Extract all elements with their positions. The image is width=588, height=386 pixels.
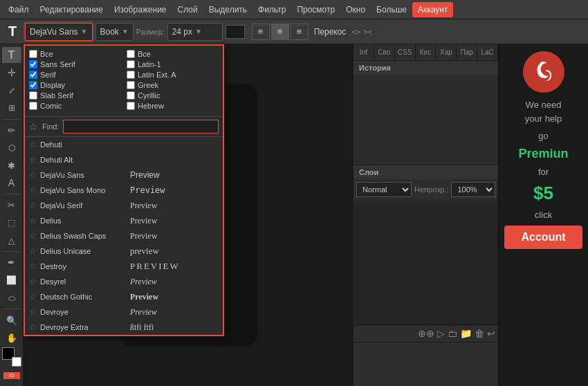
tool-crop[interactable]: ⬚ [2,214,21,230]
opacity-select[interactable]: 100% [451,182,495,197]
filter-display: Display [29,81,121,89]
menu-filter[interactable]: Фильтр [252,2,291,17]
tool-brush[interactable]: ✒ [2,255,21,270]
tool-grid[interactable]: ⊞ [2,100,21,116]
menu-file[interactable]: Файл [3,2,35,17]
tool-ellipse[interactable]: ⬭ [2,290,21,306]
font-item-name: Desyrel [40,277,130,286]
toolbar: T DejaVu Sans ▼ Book ▼ Размер: 24 px ▼ ≡… [0,19,588,44]
filter-slab-serif-checkbox[interactable] [29,91,37,100]
tool-shape[interactable]: △ [2,232,21,248]
tool-scissors[interactable]: ✂ [2,197,21,213]
layers-folder-icon[interactable]: 🗀 [448,328,457,339]
menu-layer[interactable]: Слой [172,2,203,17]
list-item[interactable]: ☆ DejaVu Sans Mono Preview [25,183,223,198]
filter-serif-checkbox[interactable] [29,71,37,79]
tab-har[interactable]: Хар [436,44,457,60]
font-name-selector[interactable]: DejaVu Sans ▼ [25,23,93,41]
ad-need-text: We need your help [525,98,562,125]
background-swatch[interactable] [12,357,21,367]
align-right-btn[interactable]: ≡ [291,24,309,40]
list-item[interactable]: ☆ Destroy PREVIEW [25,259,223,274]
font-item-preview: preview [130,246,219,257]
filter-comic-checkbox[interactable] [29,102,37,110]
list-item[interactable]: ☆ Dehuti [25,137,223,152]
list-item[interactable]: ☆ Desyrel Preview [25,274,223,289]
filter-slab-serif: Slab Serif [29,91,121,100]
tab-inf[interactable]: Inf [353,44,374,60]
filter-cyrillic-checkbox[interactable] [127,91,135,100]
menu-window[interactable]: Окно [340,2,371,17]
menu-select[interactable]: Выделить [203,2,252,17]
history-content [353,75,498,165]
menu-view[interactable]: Просмотр [291,2,340,17]
mode-indicator: ID [3,372,20,379]
font-style-label: Book [100,27,119,37]
tab-kis[interactable]: Кис [416,44,437,60]
layers-folder2-icon[interactable]: 📁 [460,328,472,339]
filter-all-right-checkbox[interactable] [127,50,135,58]
text-color-box[interactable] [226,25,245,39]
tool-text[interactable]: T [2,47,21,63]
left-tool-panel: T ✛ ⤢ ⊞ ✏ ⬡ ✱ A ✂ ⬚ △ ✒ ⬜ ⬭ 🔍 ✋ ID [0,44,24,386]
font-size-selector[interactable]: 24 px ▼ [167,23,223,41]
menu-image[interactable]: Изображение [109,2,172,17]
list-item[interactable]: ☆ Delius Swash Caps Preview [25,228,223,243]
font-size-chevron: ▼ [195,28,202,35]
ad-account-button[interactable]: Account [504,226,582,249]
list-item[interactable]: ☆ Delius Unicase preview [25,243,223,259]
tool-zoom[interactable]: 🔍 [2,312,21,328]
filter-comic: Comic [29,102,121,110]
layers-controls: Normal Непрозр.: 100% [353,179,498,200]
filter-col-right: Все Latin-1 Latin Ext. A Greek Cyrillic [127,50,219,112]
list-item[interactable]: ☆ Deutsch Gothic Preview [25,289,223,304]
layers-trash-icon[interactable]: 🗑 [475,328,484,339]
tool-star[interactable]: ✱ [2,157,21,173]
layers-play-icon[interactable]: ▷ [437,328,445,339]
tool-rect[interactable]: ⬜ [2,273,21,288]
list-item[interactable]: ☆ DejaVu Serif Preview [25,198,223,213]
font-style-selector[interactable]: Book ▼ [95,23,134,41]
list-item[interactable]: ☆ Devroye Extra ßtfi ftfi [25,320,223,335]
tool-hex[interactable]: ⬡ [2,140,21,156]
ad-panel: We need your help go Premiun for $5 clic… [498,44,588,386]
align-center-btn[interactable]: ≡ [271,24,289,40]
filter-latin1-checkbox[interactable] [127,60,135,68]
menu-edit[interactable]: Редактирование [35,2,109,17]
tab-svo[interactable]: Сво [374,44,395,60]
star-icon: ☆ [29,246,40,256]
list-item[interactable]: ☆ Delius Preview [25,213,223,228]
filter-comic-label: Comic [40,102,62,110]
filter-display-checkbox[interactable] [29,81,37,89]
layers-content [353,200,498,324]
filter-all-left-checkbox[interactable] [29,50,37,58]
star-icon: ☆ [29,216,40,226]
align-left-btn[interactable]: ≡ [252,24,270,40]
tool-type[interactable]: A [2,175,21,191]
tab-css[interactable]: CSS [395,44,416,60]
filter-sans-serif-checkbox[interactable] [29,60,37,68]
list-item[interactable]: ☆ Devroye Preview [25,304,223,320]
tab-par[interactable]: Пар [457,44,477,60]
size-label: Размер: [136,28,165,36]
menu-more[interactable]: Больше [371,2,412,17]
tool-pen[interactable]: ✏ [2,122,21,138]
filter-hebrew-checkbox[interactable] [127,102,135,110]
blend-mode-select[interactable]: Normal [356,182,412,197]
filter-hebrew-label: Hebrew [138,102,164,110]
tab-lac[interactable]: LaC [477,44,498,60]
font-item-name: Delius Unicase [40,247,130,255]
layers-link-icon[interactable]: ⊕⊕ [418,328,434,339]
list-item[interactable]: ☆ Dehuti Alt [25,152,223,167]
tool-resize[interactable]: ⤢ [2,82,21,98]
tool-hand[interactable]: ✋ [2,330,21,346]
filter-latin-ext-checkbox[interactable] [127,71,135,79]
font-search-input[interactable] [63,120,219,134]
list-item[interactable]: ☆ DejaVu Sans Preview [25,167,223,183]
tool-move[interactable]: ✛ [2,64,21,80]
filter-greek-checkbox[interactable] [127,81,135,89]
layers-undo-icon[interactable]: ↩ [487,328,495,339]
filter-latin-ext: Latin Ext. A [127,71,219,79]
tool-separator-2 [3,194,20,194]
menu-account[interactable]: Аккаунт [412,2,453,17]
